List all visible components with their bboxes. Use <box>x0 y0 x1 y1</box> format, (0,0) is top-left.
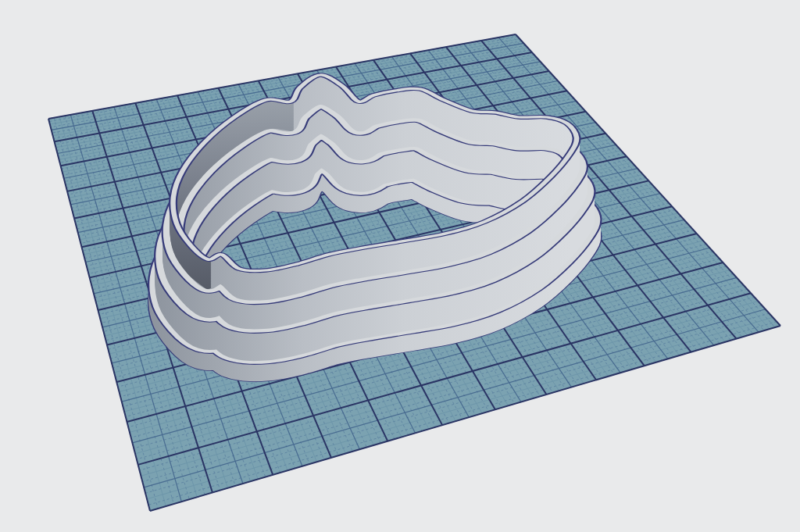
viewport-canvas[interactable] <box>0 0 800 532</box>
cad-viewport[interactable] <box>0 0 800 532</box>
